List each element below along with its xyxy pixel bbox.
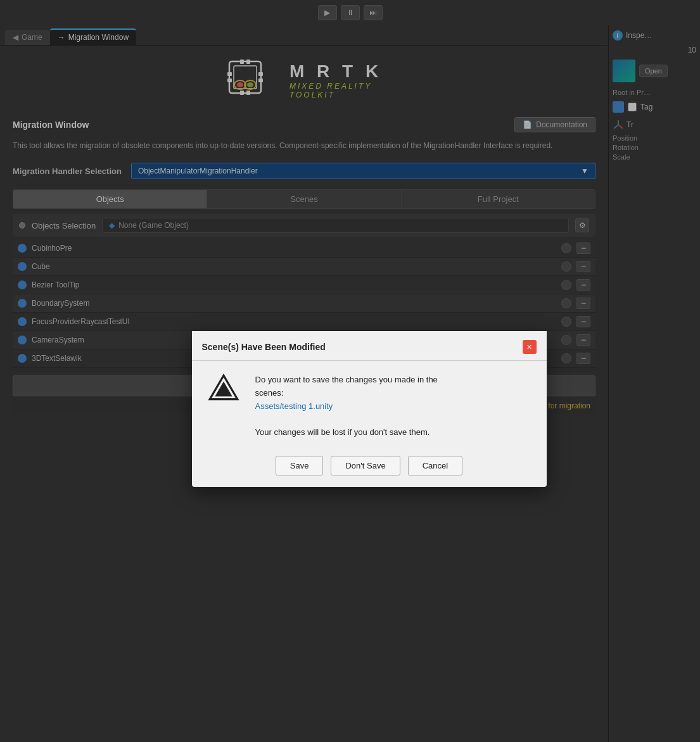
- dialog-title: Scene(s) Have Been Modified: [202, 342, 326, 352]
- dialog-footer: Save Don't Save Cancel: [192, 450, 547, 487]
- dialog-line3: Your changes will be lost if you don't s…: [255, 427, 430, 437]
- dialog-body: Do you want to save the changes you made…: [192, 361, 547, 450]
- dont-save-button[interactable]: Don't Save: [331, 456, 400, 475]
- unity-logo-icon: [208, 374, 239, 405]
- unity-logo-container: [205, 374, 243, 405]
- dialog-message: Do you want to save the changes you made…: [255, 374, 534, 439]
- cancel-button[interactable]: Cancel: [408, 456, 462, 475]
- dialog-header: Scene(s) Have Been Modified ×: [192, 331, 547, 361]
- modal-overlay: Scene(s) Have Been Modified × Do you wan…: [0, 0, 700, 742]
- dialog-line1: Do you want to save the changes you made…: [255, 375, 438, 384]
- save-button[interactable]: Save: [276, 456, 324, 475]
- dialog-line2: scenes:: [255, 388, 284, 398]
- dialog-close-button[interactable]: ×: [523, 340, 537, 354]
- svg-marker-19: [215, 382, 232, 397]
- dialog-box: Scene(s) Have Been Modified × Do you wan…: [192, 331, 547, 487]
- dialog-file: Assets/testing 1.unity: [255, 401, 333, 411]
